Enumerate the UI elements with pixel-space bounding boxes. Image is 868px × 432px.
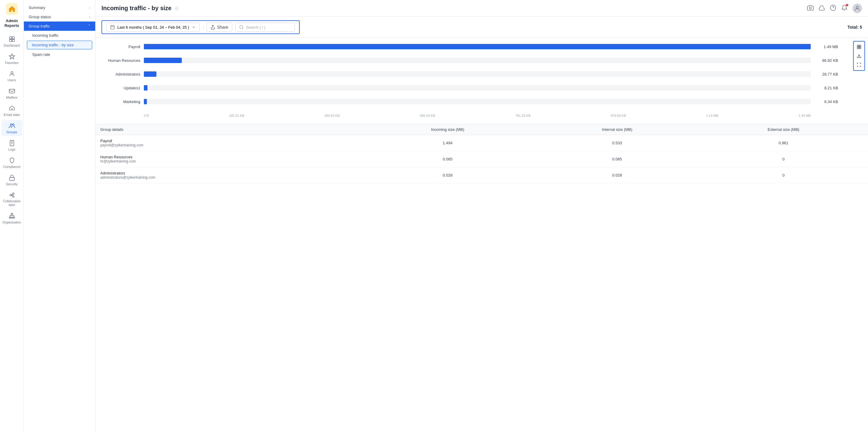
svg-point-18 <box>830 5 836 10</box>
svg-rect-9 <box>9 177 14 180</box>
svg-point-17 <box>809 7 811 9</box>
cell-group-details: Human Resources hr@zylkertraining.com <box>95 151 360 167</box>
nav-item-favorites[interactable]: Favorites <box>1 51 22 67</box>
col-group-details: Group details <box>95 124 360 135</box>
x-tick: 781.25 KB <box>515 114 530 117</box>
cell-external: 0 <box>699 167 868 183</box>
nav-item-mailbox[interactable]: Mailbox <box>1 85 22 102</box>
x-tick: 1.14 MB <box>706 114 718 117</box>
table-row: Administrators administrators@zylkertrai… <box>95 167 868 183</box>
svg-rect-15 <box>11 217 13 219</box>
notification-dot <box>846 4 848 6</box>
nav-item-collaborative-apps[interactable]: Collaborative apps <box>1 190 22 209</box>
svg-rect-16 <box>13 217 14 219</box>
page-title: Incoming traffic - by size <box>101 5 171 12</box>
nav-label-email-stats: Email stats <box>4 113 20 116</box>
x-tick: 976.56 KB <box>611 114 626 117</box>
bar-label: Human Resources <box>98 58 140 63</box>
svg-rect-5 <box>9 89 14 93</box>
x-tick: 390.63 KB <box>324 114 340 117</box>
app-logo <box>6 3 18 15</box>
data-table: Group details Incoming size (MB) Interna… <box>95 124 868 183</box>
cell-external: 0 <box>699 151 868 167</box>
sidebar-label-summary: Summary <box>29 5 45 10</box>
cell-group-details: Payroll payroll@zylkertraining.com <box>95 135 360 151</box>
nav-item-compliance[interactable]: Compliance <box>1 155 22 171</box>
cell-internal: 0.085 <box>535 151 699 167</box>
svg-point-12 <box>12 196 14 198</box>
nav-label-groups: Groups <box>6 130 17 134</box>
nav-item-email-stats[interactable]: Email stats <box>1 103 22 119</box>
bar-row: Payroll 1.49 MB <box>98 44 838 49</box>
table-row: Payroll payroll@zylkertraining.com 1.494… <box>95 135 868 151</box>
svg-point-6 <box>10 124 12 126</box>
bar-chart: Payroll 1.49 MB Human Resources 86.92 KB… <box>95 38 868 124</box>
cell-incoming: 0.085 <box>360 151 535 167</box>
group-email: administrators@zylkertraining.com <box>100 175 355 179</box>
bar-track <box>144 99 811 104</box>
nav-label-compliance: Compliance <box>3 165 20 169</box>
nav-item-users[interactable]: Users <box>1 68 22 84</box>
search-box[interactable]: Search ( / ) <box>235 23 295 32</box>
bar-row: Human Resources 86.92 KB <box>98 58 838 63</box>
chevron-right-icon: › <box>89 5 90 10</box>
sidebar-item-group-status[interactable]: Group status › <box>24 12 95 22</box>
bar-row: Marketing 6.34 KB <box>98 99 838 104</box>
bar-fill <box>144 71 156 77</box>
share-button[interactable]: Share <box>207 23 232 32</box>
bar-track <box>144 71 811 77</box>
nav-item-groups[interactable]: Groups <box>1 120 22 136</box>
svg-rect-0 <box>9 37 11 39</box>
sidebar-sub-item-incoming-traffic-by-size[interactable]: Incoming traffic - by size <box>27 40 92 49</box>
sidebar-label-group-status: Group status <box>29 15 51 19</box>
help-icon[interactable] <box>830 4 836 12</box>
page-header: Incoming traffic - by size ☆ <box>95 0 868 17</box>
share-label: Share <box>217 25 228 30</box>
camera-icon[interactable] <box>807 4 814 12</box>
sidebar-item-group-traffic[interactable]: Group traffic ˅ <box>24 22 95 31</box>
col-internal-size: Internal size (MB) <box>535 124 699 135</box>
x-tick: 195.31 KB <box>229 114 244 117</box>
bar-fill <box>144 99 147 104</box>
x-tick: 1.34 MB <box>799 114 811 117</box>
x-tick: 0 B <box>144 114 149 117</box>
sidebar-item-summary[interactable]: Summary › <box>24 3 95 12</box>
cloud-icon[interactable] <box>818 4 825 12</box>
nav-label-logs: Logs <box>8 148 16 151</box>
nav-item-organization[interactable]: Organization <box>1 210 22 227</box>
bar-row: Administrators 28.77 KB <box>98 71 838 77</box>
sidebar-sub-item-spam-rate[interactable]: Spam rate <box>24 50 95 59</box>
nav-item-dashboard[interactable]: Dashboard <box>1 33 22 50</box>
group-name: Payroll <box>100 139 355 143</box>
nav-item-security[interactable]: Security <box>1 172 22 188</box>
bar-track <box>144 85 811 90</box>
svg-point-11 <box>12 193 14 195</box>
svg-rect-2 <box>9 39 11 41</box>
date-picker[interactable]: Last 6 months ( Sep 01, 24 – Feb 04, 25 … <box>106 23 200 32</box>
nav-label-favorites: Favorites <box>5 61 19 64</box>
bar-fill <box>144 44 811 49</box>
user-avatar[interactable] <box>852 4 862 13</box>
group-email: payroll@zylkertraining.com <box>100 143 355 147</box>
nav-label-dashboard: Dashboard <box>4 44 20 47</box>
cell-internal: 0.533 <box>535 135 699 151</box>
bar-rows: Payroll 1.49 MB Human Resources 86.92 KB… <box>98 44 838 104</box>
bar-row: Updates1 8.21 KB <box>98 85 838 90</box>
cell-incoming: 0.028 <box>360 167 535 183</box>
bell-icon[interactable] <box>841 4 848 12</box>
nav-label-users: Users <box>7 78 16 82</box>
header-left: Incoming traffic - by size ☆ <box>101 5 179 12</box>
total-count: Total: 5 <box>847 25 862 30</box>
cell-incoming: 1.494 <box>360 135 535 151</box>
cell-internal: 0.028 <box>535 167 699 183</box>
svg-point-7 <box>12 124 14 126</box>
star-icon[interactable]: ☆ <box>174 5 179 12</box>
sidebar-sub-item-incoming-traffic[interactable]: Incoming traffic <box>24 31 95 40</box>
chevron-right-icon-2: › <box>89 15 90 19</box>
bar-value: 28.77 KB <box>814 72 838 77</box>
cell-group-details: Administrators administrators@zylkertrai… <box>95 167 360 183</box>
group-email: hr@zylkertraining.com <box>100 159 355 164</box>
bar-label: Payroll <box>98 45 140 49</box>
nav-item-logs[interactable]: Logs <box>1 138 22 153</box>
search-placeholder: Search ( / ) <box>246 25 266 30</box>
